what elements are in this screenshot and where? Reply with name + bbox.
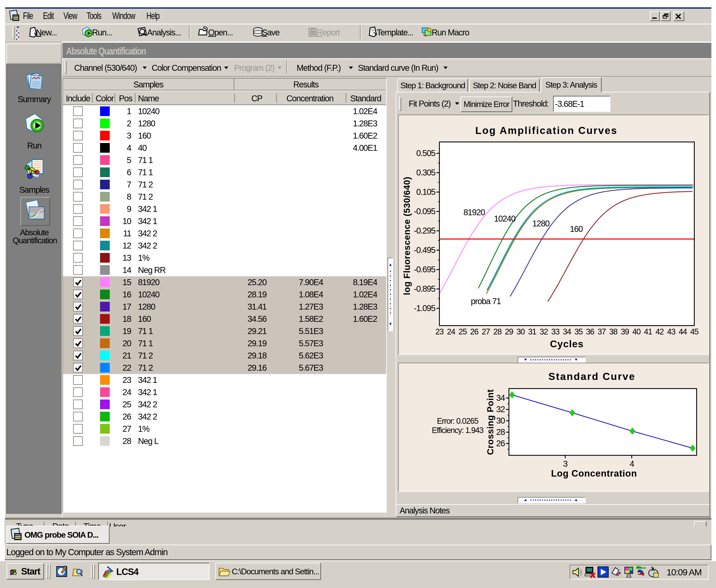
- svg-text:1280: 1280: [532, 219, 550, 228]
- svg-text:Efficiency: 1.943: Efficiency: 1.943: [432, 426, 483, 435]
- svg-text:81920: 81920: [463, 208, 485, 217]
- svg-text:35: 35: [574, 327, 583, 336]
- svg-text:-0.895: -0.895: [414, 284, 436, 293]
- svg-text:-0.095: -0.095: [414, 207, 436, 216]
- svg-text:31: 31: [528, 327, 536, 336]
- svg-text:30: 30: [496, 416, 505, 425]
- svg-text:23: 23: [436, 327, 444, 336]
- svg-text:27: 27: [482, 327, 490, 336]
- svg-text:10240: 10240: [494, 214, 515, 223]
- svg-text:44: 44: [679, 327, 687, 336]
- svg-text:Standard Curve: Standard Curve: [548, 371, 635, 382]
- svg-text:24: 24: [447, 327, 456, 336]
- svg-text:Log Concentration: Log Concentration: [551, 468, 637, 479]
- svg-text:32: 32: [496, 404, 505, 414]
- svg-text:39: 39: [621, 327, 629, 336]
- svg-text:26: 26: [496, 439, 505, 448]
- svg-text:log Fluorescence (530/640): log Fluorescence (530/640): [402, 177, 412, 295]
- svg-text:29: 29: [505, 327, 513, 336]
- svg-text:-0.495: -0.495: [414, 245, 436, 255]
- svg-text:30: 30: [517, 327, 525, 336]
- svg-text:37: 37: [597, 327, 606, 336]
- svg-text:33: 33: [551, 327, 560, 336]
- svg-text:26: 26: [470, 327, 478, 336]
- svg-text:3: 3: [563, 459, 568, 468]
- svg-text:Log Amplification Curves: Log Amplification Curves: [475, 125, 618, 136]
- svg-text:proba 71: proba 71: [471, 296, 501, 306]
- svg-text:42: 42: [656, 327, 664, 336]
- svg-text:0.105: 0.105: [416, 187, 436, 196]
- svg-text:-0.295: -0.295: [414, 226, 436, 235]
- svg-text:36: 36: [586, 327, 594, 336]
- svg-text:43: 43: [667, 327, 675, 336]
- svg-text:25: 25: [459, 327, 467, 336]
- svg-text:28: 28: [496, 427, 505, 437]
- svg-text:4: 4: [630, 459, 634, 468]
- svg-text:-1.095: -1.095: [414, 303, 436, 313]
- svg-text:160: 160: [570, 224, 583, 234]
- svg-text:Crossing Point: Crossing Point: [485, 389, 495, 455]
- svg-text:0.305: 0.305: [416, 168, 436, 177]
- svg-text:40: 40: [632, 327, 640, 336]
- svg-text:Error: 0.0265: Error: 0.0265: [437, 417, 478, 425]
- svg-text:28: 28: [493, 327, 502, 336]
- svg-text:38: 38: [609, 327, 617, 336]
- svg-text:45: 45: [690, 327, 698, 336]
- svg-text:34: 34: [563, 327, 571, 336]
- svg-text:-0.695: -0.695: [414, 265, 436, 274]
- svg-text:0.505: 0.505: [416, 148, 436, 158]
- svg-text:41: 41: [644, 327, 652, 336]
- svg-text:Cycles: Cycles: [550, 338, 584, 350]
- svg-text:32: 32: [540, 327, 548, 336]
- svg-text:34: 34: [496, 393, 505, 402]
